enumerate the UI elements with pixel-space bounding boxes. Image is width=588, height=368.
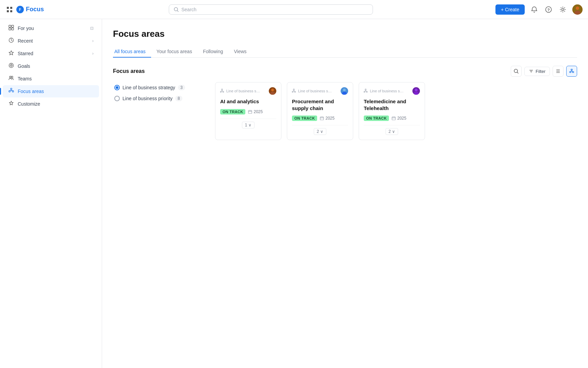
card-meta-text-procurement: Line of business stra... (298, 89, 332, 93)
sidebar-item-customize[interactable]: Customize (3, 98, 99, 110)
card-avatar-ai (269, 87, 276, 95)
svg-rect-54 (248, 110, 252, 113)
svg-point-22 (11, 65, 12, 66)
header-right: + Create ? (495, 4, 583, 15)
group-count-strategy: 3 (178, 85, 185, 90)
sidebar-item-teams[interactable]: Teams (3, 73, 99, 85)
settings-icon[interactable] (558, 5, 568, 14)
svg-rect-47 (223, 91, 224, 92)
card-header-procurement: Line of business stra... (292, 87, 348, 95)
sidebar-item-teams-label: Teams (18, 76, 94, 81)
expand-button-ai[interactable]: 1 ∨ (242, 122, 255, 128)
for-you-icon (8, 25, 14, 32)
sidebar-item-recent-label: Recent (18, 38, 89, 44)
focus-areas-icon (8, 88, 14, 95)
tab-following[interactable]: Following (197, 46, 228, 58)
svg-text:F: F (19, 8, 21, 12)
svg-rect-15 (12, 25, 14, 27)
status-badge-procurement: ON TRACK (292, 116, 317, 121)
card-year-procurement: 2025 (320, 116, 334, 121)
card-ai-analytics: Line of business stra... AI and analytic… (215, 82, 281, 140)
svg-rect-41 (572, 72, 574, 73)
goals-icon (8, 63, 14, 70)
sidebar-item-for-you[interactable]: For you ⊡ (3, 22, 99, 34)
filter-button[interactable]: Filter (524, 67, 550, 76)
card-footer-telemedicine: ON TRACK 2025 (364, 116, 420, 121)
card-team-icon-telemedicine (364, 89, 369, 93)
card-bottom-procurement: 2 ∨ (292, 125, 348, 135)
svg-rect-3 (10, 10, 12, 12)
calendar-icon-ai (248, 110, 252, 114)
group-radio-strategy (114, 85, 120, 90)
group-item-priority[interactable]: Line of business priority 8 (113, 93, 208, 104)
expand-button-procurement[interactable]: 2 ∨ (314, 128, 327, 135)
card-title-ai: AI and analytics (220, 98, 276, 105)
svg-point-10 (562, 9, 564, 11)
avatar[interactable] (572, 4, 583, 15)
sidebar-item-starred[interactable]: Starred › (3, 47, 99, 60)
card-team-icon-ai (220, 89, 225, 93)
starred-icon (8, 50, 14, 57)
app-logo[interactable]: F Focus (16, 6, 44, 13)
expand-button-telemedicine[interactable]: 2 ∨ (386, 128, 398, 135)
starred-arrow: › (92, 51, 94, 56)
group-item-strategy[interactable]: Line of business strategy 3 (113, 82, 208, 93)
group-label-strategy: Line of business strategy (122, 85, 175, 90)
page-title: Focus areas (113, 29, 577, 39)
filter-icon (529, 69, 534, 74)
sidebar-item-for-you-label: For you (18, 26, 87, 31)
group-radio-priority (114, 96, 120, 101)
group-count-priority: 8 (175, 96, 182, 101)
search-placeholder: Search (181, 7, 196, 12)
svg-rect-60 (295, 91, 296, 92)
svg-rect-59 (292, 91, 293, 92)
svg-point-78 (415, 89, 418, 91)
sidebar-item-focus-areas[interactable]: Focus areas (3, 85, 99, 97)
help-icon[interactable]: ? (544, 5, 553, 14)
filter-label: Filter (536, 69, 545, 74)
list-view-button[interactable] (553, 66, 564, 77)
svg-rect-1 (10, 7, 12, 9)
recent-arrow: › (92, 39, 94, 43)
sidebar-item-focus-areas-label: Focus areas (18, 89, 94, 94)
svg-rect-2 (7, 10, 9, 12)
svg-rect-25 (11, 88, 12, 90)
svg-rect-58 (293, 89, 294, 90)
grid-icon[interactable] (5, 5, 14, 14)
sidebar-item-goals[interactable]: Goals (3, 60, 99, 72)
card-footer-procurement: ON TRACK 2025 (292, 116, 348, 121)
tab-your-focus-areas[interactable]: Your focus areas (151, 46, 198, 58)
for-you-extra-icon: ⊡ (90, 26, 94, 31)
tab-bar: All focus areas Your focus areas Followi… (113, 46, 577, 58)
create-button[interactable]: + Create (495, 4, 525, 15)
tab-all-focus-areas[interactable]: All focus areas (113, 46, 151, 58)
split-view: Line of business strategy 3 Line of busi… (113, 82, 577, 140)
search-area: Search (169, 4, 373, 15)
search-toggle-button[interactable] (511, 66, 522, 77)
header: F Focus Search + Create ? (0, 0, 588, 19)
card-bottom-ai: 1 ∨ (220, 119, 276, 128)
sidebar-item-recent[interactable]: Recent › (3, 35, 99, 47)
search-box[interactable]: Search (169, 4, 373, 15)
svg-rect-14 (9, 25, 11, 27)
groups-panel: Line of business strategy 3 Line of busi… (113, 82, 208, 140)
tab-views[interactable]: Views (229, 46, 252, 58)
section-title: Focus areas (113, 68, 145, 74)
notification-icon[interactable] (529, 5, 539, 14)
section-header: Focus areas Filter (113, 66, 577, 77)
svg-rect-72 (364, 91, 365, 92)
svg-text:?: ? (548, 7, 550, 12)
sidebar: For you ⊡ Recent › Starred › (0, 19, 102, 368)
card-procurement: Line of business stra... Procurement and… (287, 82, 353, 140)
card-meta-ai: Line of business stra... (220, 89, 269, 93)
svg-point-52 (271, 89, 274, 91)
hierarchy-view-button[interactable] (566, 66, 577, 77)
card-title-procurement: Procurement and supply chain (292, 98, 348, 111)
svg-rect-17 (12, 28, 14, 30)
card-footer-ai: ON TRACK 2025 (220, 109, 276, 114)
card-meta-text-ai: Line of business stra... (226, 89, 260, 93)
search-icon (174, 7, 179, 12)
svg-rect-39 (571, 69, 572, 70)
calendar-icon-telemedicine (392, 116, 396, 120)
svg-rect-73 (366, 91, 368, 92)
